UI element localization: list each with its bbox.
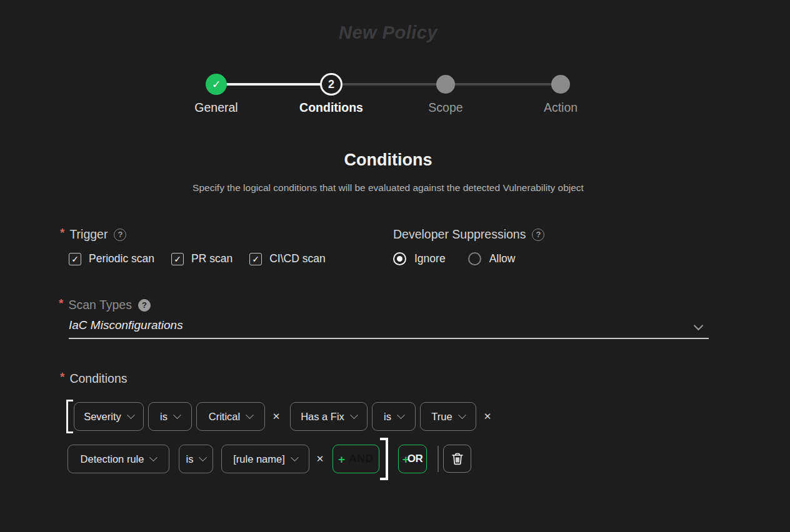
chevron-down-icon [199, 453, 208, 461]
checkbox-label: PR scan [191, 252, 232, 265]
chevron-down-icon [173, 411, 181, 419]
chevron-down-icon [127, 411, 135, 419]
remove-clause-icon[interactable]: ✕ [268, 402, 284, 431]
checkbox-checked-icon[interactable]: ✓ [171, 253, 184, 265]
field-dropdown[interactable]: Detection rule [68, 445, 169, 473]
operator-dropdown[interactable]: is [179, 445, 213, 473]
section-title: Conditions [0, 150, 776, 170]
value-dropdown[interactable]: Critical [196, 402, 265, 431]
group-close-bracket [380, 438, 388, 480]
radio-ignore[interactable]: Ignore [393, 252, 446, 265]
help-icon[interactable]: ? [138, 299, 151, 312]
divider [438, 446, 439, 472]
conditions-label: Conditions [69, 372, 127, 386]
check-icon: ✓ [212, 79, 221, 90]
scan-types-label: Scan Types [68, 298, 132, 312]
scan-types-underline [69, 338, 709, 339]
stepper-connector [331, 83, 446, 86]
trigger-checkbox-group: ✓ Periodic scan ✓ PR scan ✓ CI\CD scan [69, 252, 326, 265]
checkbox-pr-scan[interactable]: ✓ PR scan [171, 252, 232, 265]
step-general-circle[interactable]: ✓ [206, 74, 227, 95]
scan-types-select-value[interactable]: IaC Misconfigurations [69, 318, 183, 332]
checkbox-checked-icon[interactable]: ✓ [249, 253, 262, 265]
radio-unselected-icon[interactable] [468, 252, 481, 265]
value-dropdown[interactable]: [rule name] [221, 445, 309, 473]
trash-icon [450, 451, 465, 466]
required-asterisk: * [60, 226, 64, 240]
step-number: 2 [328, 78, 334, 91]
chevron-down-icon [246, 411, 254, 419]
group-open-bracket [66, 400, 73, 433]
operator-dropdown[interactable]: is [148, 402, 192, 431]
developer-suppressions-label-row: Developer Suppressions ? [393, 227, 544, 242]
step-label-scope[interactable]: Scope [389, 101, 502, 115]
stepper-connector [446, 83, 561, 86]
delete-group-button[interactable] [443, 445, 471, 473]
value-dropdown[interactable]: True [420, 402, 476, 431]
step-action-circle[interactable] [551, 75, 570, 94]
remove-clause-icon[interactable]: ✕ [312, 445, 328, 473]
page-title: New Policy [0, 22, 776, 43]
chevron-down-icon[interactable] [694, 321, 704, 331]
checkbox-checked-icon[interactable]: ✓ [69, 253, 81, 265]
step-conditions-circle[interactable]: 2 [320, 73, 342, 96]
stepper-connector-done [216, 83, 331, 86]
step-scope-circle[interactable] [436, 75, 455, 94]
checkbox-cicd-scan[interactable]: ✓ CI\CD scan [249, 252, 325, 265]
field-dropdown[interactable]: Severity [74, 402, 144, 431]
step-label-general[interactable]: General [160, 101, 272, 115]
step-label-action[interactable]: Action [504, 101, 617, 115]
add-and-button[interactable]: + AND [332, 445, 379, 473]
required-asterisk: * [60, 370, 64, 384]
trigger-label-row: * Trigger ? [60, 227, 126, 242]
step-label-conditions[interactable]: Conditions [275, 101, 388, 115]
required-asterisk: * [59, 297, 63, 310]
developer-suppressions-label: Developer Suppressions [393, 227, 526, 242]
checkbox-periodic-scan[interactable]: ✓ Periodic scan [69, 252, 154, 265]
checkbox-label: CI\CD scan [269, 252, 325, 265]
trigger-label: Trigger [69, 227, 108, 242]
plus-icon: + [338, 453, 345, 465]
radio-label: Allow [489, 252, 516, 265]
help-icon[interactable]: ? [114, 229, 126, 241]
field-dropdown[interactable]: Has a Fix [290, 402, 368, 431]
new-policy-wizard: New Policy ✓ 2 General Conditions Scope … [0, 0, 790, 532]
section-subtitle: Specify the logical conditions that will… [0, 182, 776, 194]
chevron-down-icon [397, 411, 405, 419]
operator-dropdown[interactable]: is [372, 402, 416, 431]
conditions-label-row: * Conditions [60, 372, 128, 386]
add-or-button[interactable]: + OR [398, 445, 427, 473]
radio-selected-icon[interactable] [393, 252, 406, 265]
remove-clause-icon[interactable]: ✕ [479, 402, 496, 431]
chevron-down-icon [350, 411, 358, 419]
chevron-down-icon [291, 453, 299, 461]
developer-suppressions-radio-group: Ignore Allow [393, 252, 515, 265]
checkbox-label: Periodic scan [89, 252, 154, 265]
radio-allow[interactable]: Allow [468, 252, 516, 265]
chevron-down-icon [458, 411, 466, 419]
scan-types-label-row: * Scan Types ? [59, 298, 151, 312]
radio-label: Ignore [414, 252, 446, 265]
chevron-down-icon [150, 453, 158, 461]
help-icon[interactable]: ? [532, 229, 544, 241]
